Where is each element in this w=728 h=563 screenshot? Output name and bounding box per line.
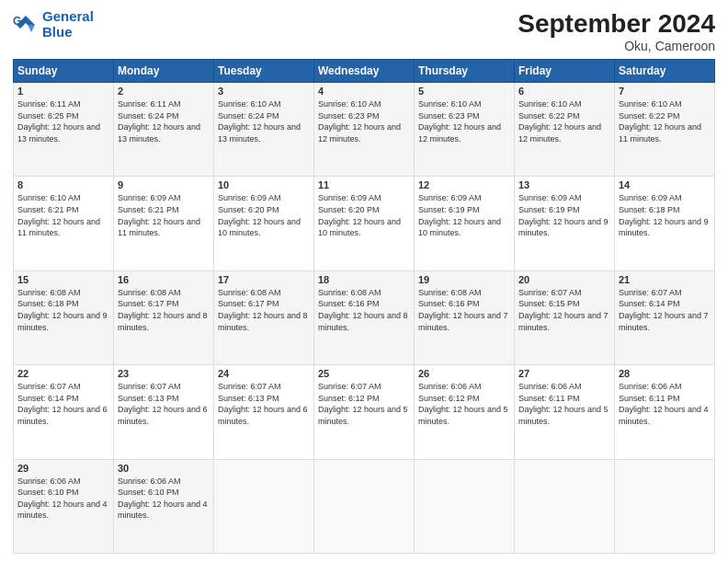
day-number: 6 — [518, 86, 610, 97]
title-block: September 2024 Oku, Cameroon — [518, 9, 715, 53]
calendar-cell — [515, 459, 615, 553]
calendar-cell — [415, 459, 515, 553]
week-row-2: 15Sunrise: 6:08 AM Sunset: 6:18 PM Dayli… — [14, 270, 715, 364]
week-row-4: 29Sunrise: 6:06 AM Sunset: 6:10 PM Dayli… — [14, 459, 715, 553]
day-number: 23 — [118, 368, 210, 379]
day-number: 24 — [218, 368, 310, 379]
calendar-cell: 30Sunrise: 6:06 AM Sunset: 6:10 PM Dayli… — [114, 459, 214, 553]
calendar-cell: 14Sunrise: 6:09 AM Sunset: 6:18 PM Dayli… — [615, 177, 715, 270]
day-number: 18 — [318, 274, 410, 285]
day-number: 25 — [318, 368, 410, 379]
day-number: 29 — [17, 463, 109, 474]
svg-marker-2 — [28, 25, 35, 32]
cell-info: Sunrise: 6:10 AM Sunset: 6:23 PM Dayligh… — [418, 98, 510, 144]
calendar-cell: 27Sunrise: 6:06 AM Sunset: 6:11 PM Dayli… — [515, 365, 615, 459]
cell-info: Sunrise: 6:08 AM Sunset: 6:16 PM Dayligh… — [418, 287, 510, 333]
calendar-cell: 22Sunrise: 6:07 AM Sunset: 6:14 PM Dayli… — [14, 365, 114, 459]
cell-info: Sunrise: 6:11 AM Sunset: 6:25 PM Dayligh… — [17, 98, 109, 144]
day-header-monday: Monday — [114, 60, 214, 83]
cell-info: Sunrise: 6:07 AM Sunset: 6:13 PM Dayligh… — [218, 381, 310, 427]
cell-info: Sunrise: 6:06 AM Sunset: 6:11 PM Dayligh… — [518, 381, 610, 427]
calendar-header-row: SundayMondayTuesdayWednesdayThursdayFrid… — [14, 60, 715, 83]
day-number: 19 — [418, 274, 510, 285]
logo-icon: G — [13, 12, 39, 38]
page: G General Blue September 2024 Oku, Camer… — [0, 0, 728, 563]
subtitle: Oku, Cameroon — [518, 39, 715, 53]
day-header-sunday: Sunday — [14, 60, 114, 83]
calendar-table: SundayMondayTuesdayWednesdayThursdayFrid… — [13, 59, 715, 554]
day-number: 16 — [118, 274, 210, 285]
calendar-cell: 29Sunrise: 6:06 AM Sunset: 6:10 PM Dayli… — [14, 459, 114, 553]
day-number: 7 — [619, 86, 711, 97]
logo: G General Blue — [13, 9, 94, 40]
day-number: 12 — [418, 179, 510, 190]
cell-info: Sunrise: 6:10 AM Sunset: 6:23 PM Dayligh… — [318, 98, 410, 144]
day-number: 27 — [518, 368, 610, 379]
week-row-0: 1Sunrise: 6:11 AM Sunset: 6:25 PM Daylig… — [14, 83, 715, 177]
calendar-cell: 19Sunrise: 6:08 AM Sunset: 6:16 PM Dayli… — [415, 270, 515, 364]
day-number: 8 — [17, 179, 109, 190]
day-number: 17 — [218, 274, 310, 285]
calendar-cell: 8Sunrise: 6:10 AM Sunset: 6:21 PM Daylig… — [14, 177, 114, 270]
calendar-cell: 17Sunrise: 6:08 AM Sunset: 6:17 PM Dayli… — [214, 270, 314, 364]
cell-info: Sunrise: 6:09 AM Sunset: 6:19 PM Dayligh… — [518, 192, 610, 238]
cell-info: Sunrise: 6:08 AM Sunset: 6:17 PM Dayligh… — [118, 287, 210, 333]
calendar-cell: 6Sunrise: 6:10 AM Sunset: 6:22 PM Daylig… — [515, 83, 615, 177]
cell-info: Sunrise: 6:06 AM Sunset: 6:10 PM Dayligh… — [17, 476, 109, 522]
day-number: 28 — [619, 368, 711, 379]
calendar-cell: 3Sunrise: 6:10 AM Sunset: 6:24 PM Daylig… — [214, 83, 314, 177]
day-number: 14 — [619, 179, 711, 190]
header: G General Blue September 2024 Oku, Camer… — [13, 9, 715, 53]
cell-info: Sunrise: 6:06 AM Sunset: 6:12 PM Dayligh… — [418, 381, 510, 427]
logo-text: General Blue — [42, 9, 94, 40]
cell-info: Sunrise: 6:11 AM Sunset: 6:24 PM Dayligh… — [118, 98, 210, 144]
cell-info: Sunrise: 6:10 AM Sunset: 6:22 PM Dayligh… — [518, 98, 610, 144]
day-number: 15 — [17, 274, 109, 285]
day-number: 2 — [118, 86, 210, 97]
calendar-cell: 10Sunrise: 6:09 AM Sunset: 6:20 PM Dayli… — [214, 177, 314, 270]
day-number: 11 — [318, 179, 410, 190]
calendar-cell: 1Sunrise: 6:11 AM Sunset: 6:25 PM Daylig… — [14, 83, 114, 177]
cell-info: Sunrise: 6:06 AM Sunset: 6:10 PM Dayligh… — [118, 476, 210, 522]
cell-info: Sunrise: 6:06 AM Sunset: 6:11 PM Dayligh… — [619, 381, 711, 427]
cell-info: Sunrise: 6:08 AM Sunset: 6:17 PM Dayligh… — [218, 287, 310, 333]
day-number: 4 — [318, 86, 410, 97]
day-number: 13 — [518, 179, 610, 190]
cell-info: Sunrise: 6:10 AM Sunset: 6:22 PM Dayligh… — [619, 98, 711, 144]
calendar-cell: 13Sunrise: 6:09 AM Sunset: 6:19 PM Dayli… — [515, 177, 615, 270]
calendar-cell: 9Sunrise: 6:09 AM Sunset: 6:21 PM Daylig… — [114, 177, 214, 270]
calendar-cell: 12Sunrise: 6:09 AM Sunset: 6:19 PM Dayli… — [415, 177, 515, 270]
cell-info: Sunrise: 6:09 AM Sunset: 6:21 PM Dayligh… — [118, 192, 210, 238]
cell-info: Sunrise: 6:09 AM Sunset: 6:20 PM Dayligh… — [218, 192, 310, 238]
cell-info: Sunrise: 6:09 AM Sunset: 6:19 PM Dayligh… — [418, 192, 510, 238]
calendar-cell: 26Sunrise: 6:06 AM Sunset: 6:12 PM Dayli… — [415, 365, 515, 459]
calendar-cell: 11Sunrise: 6:09 AM Sunset: 6:20 PM Dayli… — [314, 177, 415, 270]
day-header-tuesday: Tuesday — [214, 60, 314, 83]
day-header-wednesday: Wednesday — [314, 60, 415, 83]
day-number: 3 — [218, 86, 310, 97]
day-number: 5 — [418, 86, 510, 97]
cell-info: Sunrise: 6:07 AM Sunset: 6:12 PM Dayligh… — [318, 381, 410, 427]
calendar-cell: 24Sunrise: 6:07 AM Sunset: 6:13 PM Dayli… — [214, 365, 314, 459]
cell-info: Sunrise: 6:08 AM Sunset: 6:18 PM Dayligh… — [17, 287, 109, 333]
cell-info: Sunrise: 6:08 AM Sunset: 6:16 PM Dayligh… — [318, 287, 410, 333]
day-number: 26 — [418, 368, 510, 379]
day-header-thursday: Thursday — [415, 60, 515, 83]
day-number: 9 — [118, 179, 210, 190]
calendar-cell: 4Sunrise: 6:10 AM Sunset: 6:23 PM Daylig… — [314, 83, 415, 177]
cell-info: Sunrise: 6:07 AM Sunset: 6:14 PM Dayligh… — [17, 381, 109, 427]
calendar-cell — [615, 459, 715, 553]
calendar-cell: 25Sunrise: 6:07 AM Sunset: 6:12 PM Dayli… — [314, 365, 415, 459]
day-number: 20 — [518, 274, 610, 285]
calendar-cell: 7Sunrise: 6:10 AM Sunset: 6:22 PM Daylig… — [615, 83, 715, 177]
week-row-1: 8Sunrise: 6:10 AM Sunset: 6:21 PM Daylig… — [14, 177, 715, 270]
cell-info: Sunrise: 6:07 AM Sunset: 6:15 PM Dayligh… — [518, 287, 610, 333]
day-number: 1 — [17, 86, 109, 97]
calendar-cell: 21Sunrise: 6:07 AM Sunset: 6:14 PM Dayli… — [615, 270, 715, 364]
day-number: 22 — [17, 368, 109, 379]
day-number: 30 — [118, 463, 210, 474]
calendar-cell: 28Sunrise: 6:06 AM Sunset: 6:11 PM Dayli… — [615, 365, 715, 459]
cell-info: Sunrise: 6:07 AM Sunset: 6:13 PM Dayligh… — [118, 381, 210, 427]
cell-info: Sunrise: 6:10 AM Sunset: 6:21 PM Dayligh… — [17, 192, 109, 238]
main-title: September 2024 — [518, 9, 715, 39]
